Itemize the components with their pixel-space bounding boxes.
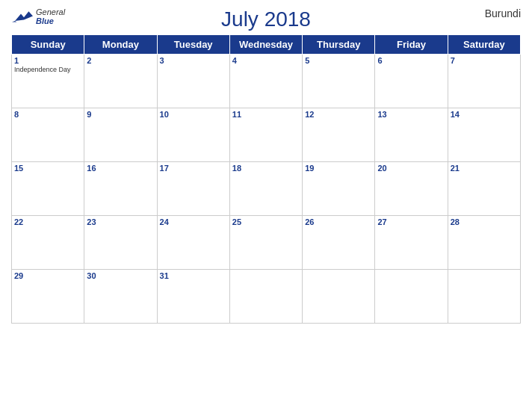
logo-bird-icon: [11, 9, 34, 24]
header-saturday: Saturday: [448, 35, 520, 55]
week-row-5: 293031: [12, 270, 521, 324]
calendar-title: July 2018: [221, 7, 311, 31]
day-number: 1: [14, 56, 81, 65]
day-number: 6: [377, 56, 445, 65]
country-name: Burundi: [485, 7, 521, 19]
day-cell: 16: [84, 162, 157, 216]
day-number: 29: [14, 271, 81, 280]
day-cell: 20: [375, 162, 448, 216]
day-cell: 30: [84, 270, 157, 324]
day-cell: 31: [157, 270, 229, 324]
day-cell: 5: [303, 55, 375, 108]
day-number: 20: [377, 164, 445, 173]
day-number: 27: [377, 217, 445, 226]
calendar-header: Sunday Monday Tuesday Wednesday Thursday…: [12, 35, 521, 55]
logo-combined: General Blue: [11, 7, 65, 25]
week-row-4: 22232425262728: [12, 216, 521, 270]
day-number: 22: [14, 217, 81, 226]
week-row-1: 1Independence Day234567: [12, 55, 521, 108]
day-cell: 23: [84, 216, 157, 270]
day-number: 24: [160, 217, 227, 226]
header-wednesday: Wednesday: [229, 35, 302, 55]
day-number: 3: [160, 56, 227, 65]
day-cell: 13: [375, 108, 448, 162]
day-number: 30: [87, 271, 154, 280]
day-number: 18: [232, 164, 300, 173]
day-cell: 6: [375, 55, 448, 108]
day-cell: 8: [12, 108, 84, 162]
day-cell: 25: [229, 216, 302, 270]
day-cell: 15: [12, 162, 84, 216]
day-number: 25: [232, 217, 300, 226]
day-cell: [229, 270, 302, 324]
day-cell: 12: [303, 108, 375, 162]
week-row-2: 891011121314: [12, 108, 521, 162]
header-sunday: Sunday: [12, 35, 84, 55]
logo-blue: Blue: [36, 16, 65, 25]
day-number: 17: [160, 164, 227, 173]
day-cell: 11: [229, 108, 302, 162]
day-cell: 7: [448, 55, 520, 108]
weekday-header-row: Sunday Monday Tuesday Wednesday Thursday…: [12, 35, 521, 55]
day-number: 5: [305, 56, 372, 65]
day-cell: 27: [375, 216, 448, 270]
day-cell: 24: [157, 216, 229, 270]
day-number: 13: [377, 110, 445, 119]
day-number: 23: [87, 217, 154, 226]
day-number: 31: [160, 271, 227, 280]
day-number: 8: [14, 110, 81, 119]
week-row-3: 15161718192021: [12, 162, 521, 216]
day-number: 12: [305, 110, 372, 119]
header-friday: Friday: [375, 35, 448, 55]
day-cell: 9: [84, 108, 157, 162]
day-cell: 4: [229, 55, 302, 108]
day-number: 2: [87, 56, 154, 65]
day-cell: 22: [12, 216, 84, 270]
day-number: 9: [87, 110, 154, 119]
day-number: 7: [451, 56, 518, 65]
day-number: 21: [451, 164, 518, 173]
day-cell: 17: [157, 162, 229, 216]
day-cell: [375, 270, 448, 324]
day-cell: 14: [448, 108, 520, 162]
day-number: 26: [305, 217, 372, 226]
day-cell: [303, 270, 375, 324]
day-cell: 28: [448, 216, 520, 270]
svg-marker-1: [12, 21, 16, 22]
day-cell: 10: [157, 108, 229, 162]
day-cell: 3: [157, 55, 229, 108]
day-number: 15: [14, 164, 81, 173]
day-number: 11: [232, 110, 300, 119]
day-number: 14: [451, 110, 518, 119]
logo-text: General Blue: [36, 7, 65, 25]
day-cell: 26: [303, 216, 375, 270]
calendar-wrapper: General Blue July 2018 Burundi Sunday Mo…: [0, 0, 532, 411]
day-number: 4: [232, 56, 300, 65]
logo-area: General Blue: [11, 7, 65, 25]
day-cell: 19: [303, 162, 375, 216]
calendar-table: Sunday Monday Tuesday Wednesday Thursday…: [11, 34, 521, 324]
logo-general: General: [36, 7, 65, 16]
header-thursday: Thursday: [303, 35, 375, 55]
day-cell: 21: [448, 162, 520, 216]
header-monday: Monday: [84, 35, 157, 55]
svg-marker-0: [15, 11, 33, 21]
day-cell: 18: [229, 162, 302, 216]
day-number: 10: [160, 110, 227, 119]
header-tuesday: Tuesday: [157, 35, 229, 55]
day-cell: [448, 270, 520, 324]
calendar-body: 1Independence Day23456789101112131415161…: [12, 55, 521, 324]
day-cell: 2: [84, 55, 157, 108]
day-cell: 1Independence Day: [12, 55, 84, 108]
day-number: 16: [87, 164, 154, 173]
day-number: 19: [305, 164, 372, 173]
day-number: 28: [451, 217, 518, 226]
day-cell: 29: [12, 270, 84, 324]
header-row: General Blue July 2018 Burundi: [11, 7, 521, 31]
holiday-label: Independence Day: [14, 66, 81, 73]
